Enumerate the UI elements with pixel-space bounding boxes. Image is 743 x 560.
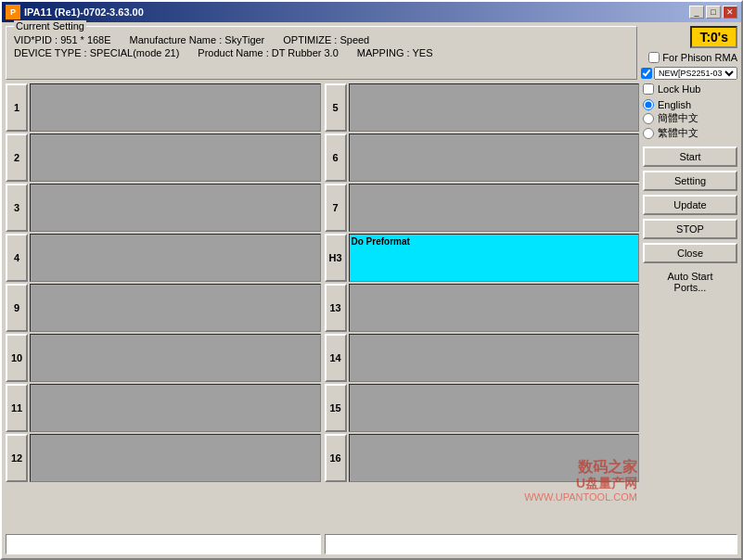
close-button[interactable]: Close — [643, 243, 737, 263]
port-row-10: 10 — [6, 334, 321, 382]
radio-traditional-input[interactable] — [643, 128, 654, 139]
port-display-11 — [30, 384, 321, 432]
port-button-2[interactable]: 2 — [6, 134, 28, 182]
port-h3-text: Do Preformat — [352, 236, 410, 247]
bottom-input-right[interactable] — [325, 534, 737, 554]
ports-label: Ports... — [643, 282, 737, 293]
port-display-13 — [349, 284, 640, 332]
title-buttons: _ □ ✕ — [689, 6, 737, 19]
port-button-5[interactable]: 5 — [325, 83, 347, 132]
port-display-15 — [349, 384, 640, 432]
port-display-5 — [349, 83, 640, 132]
port-row-1: 1 — [6, 83, 321, 132]
port-display-14 — [349, 334, 640, 382]
lock-hub-label: Lock Hub — [658, 83, 700, 95]
device-type: DEVICE TYPE : SPECIAL(mode 21) — [14, 47, 179, 58]
port-button-12[interactable]: 12 — [6, 434, 28, 482]
close-window-button[interactable]: ✕ — [723, 6, 737, 19]
port-display-4 — [30, 234, 321, 282]
port-display-2 — [30, 134, 321, 182]
port-display-1 — [30, 83, 321, 132]
port-display-12 — [30, 434, 321, 482]
port-display-10 — [30, 334, 321, 382]
port-display-3 — [30, 184, 321, 232]
for-phison-row: For Phison RMA — [648, 52, 737, 63]
bottom-bar — [6, 534, 737, 554]
auto-start-label: Auto Start — [643, 271, 737, 282]
port-row-7: 7 — [325, 184, 640, 232]
title-bar: P IPA11 (Re1)-0702-3.63.00 _ □ ✕ — [2, 2, 741, 22]
port-row-16: 16 — [325, 434, 640, 482]
vid-pid: VID*PID : 951 * 168E — [14, 34, 111, 45]
maximize-button[interactable]: □ — [706, 6, 721, 19]
update-button[interactable]: Update — [643, 195, 737, 215]
lock-hub-checkbox[interactable] — [643, 83, 654, 95]
mapping: MAPPING : YES — [357, 47, 433, 58]
port-button-7[interactable]: 7 — [325, 184, 347, 232]
top-right-area: T:0's For Phison RMA NEW[PS2251-03 + Tos… — [641, 26, 737, 80]
start-button[interactable]: Start — [643, 146, 737, 167]
left-port-column: 1 2 3 4 9 — [6, 83, 321, 530]
port-display-6 — [349, 134, 640, 182]
port-button-9[interactable]: 9 — [6, 284, 28, 332]
port-display-7 — [349, 184, 640, 232]
stop-button[interactable]: STOP — [643, 219, 737, 239]
side-panel: Lock Hub English 簡體中文 繁體中文 — [643, 83, 737, 530]
optimize: OPTIMIZE : Speed — [283, 34, 369, 45]
main-window: P IPA11 (Re1)-0702-3.63.00 _ □ ✕ Current… — [0, 0, 743, 560]
port-button-15[interactable]: 15 — [325, 384, 347, 432]
port-display-9 — [30, 284, 321, 332]
port-row-11: 11 — [6, 384, 321, 432]
port-row-2: 2 — [6, 134, 321, 182]
new-dropdown-checkbox[interactable] — [641, 68, 652, 79]
port-button-11[interactable]: 11 — [6, 384, 28, 432]
current-setting-label: Current Setting — [14, 20, 86, 32]
new-dropdown-row: NEW[PS2251-03 + Toshiba].ir — [641, 67, 737, 80]
manufacture: Manufacture Name : SkyTiger — [130, 34, 265, 45]
radio-simplified-label: 簡體中文 — [658, 111, 698, 125]
port-row-9: 9 — [6, 284, 321, 332]
port-button-h3[interactable]: H3 — [325, 234, 347, 282]
ports-area: 1 2 3 4 9 — [6, 83, 639, 530]
t0-badge: T:0's — [690, 26, 737, 48]
port-display-16 — [349, 434, 640, 482]
window-icon: P — [6, 5, 20, 19]
port-display-h3: Do Preformat — [349, 234, 640, 282]
port-button-4[interactable]: 4 — [6, 234, 28, 282]
port-button-1[interactable]: 1 — [6, 83, 28, 132]
port-button-6[interactable]: 6 — [325, 134, 347, 182]
firmware-dropdown[interactable]: NEW[PS2251-03 + Toshiba].ir — [654, 67, 737, 80]
phison-rma-label: For Phison RMA — [662, 52, 737, 63]
port-button-3[interactable]: 3 — [6, 184, 28, 232]
radio-simplified-input[interactable] — [643, 113, 654, 124]
port-row-h3: H3 Do Preformat — [325, 234, 640, 282]
port-row-13: 13 — [325, 284, 640, 332]
port-button-10[interactable]: 10 — [6, 334, 28, 382]
port-button-14[interactable]: 14 — [325, 334, 347, 382]
port-button-16[interactable]: 16 — [325, 434, 347, 482]
port-row-6: 6 — [325, 134, 640, 182]
current-setting-box: Current Setting VID*PID : 951 * 168E Man… — [6, 26, 637, 80]
language-radio-group: English 簡體中文 繁體中文 — [643, 99, 737, 140]
product-name: Product Name : DT Rubber 3.0 — [198, 47, 338, 58]
minimize-button[interactable]: _ — [689, 6, 704, 19]
radio-english-label: English — [658, 99, 691, 110]
port-row-3: 3 — [6, 184, 321, 232]
port-row-15: 15 — [325, 384, 640, 432]
window-title: IPA11 (Re1)-0702-3.63.00 — [24, 6, 144, 18]
port-row-4: 4 — [6, 234, 321, 282]
port-row-5: 5 — [325, 83, 640, 132]
radio-english[interactable]: English — [643, 99, 737, 110]
radio-simplified[interactable]: 簡體中文 — [643, 111, 737, 125]
phison-rma-checkbox[interactable] — [648, 52, 660, 63]
port-row-12: 12 — [6, 434, 321, 482]
setting-button[interactable]: Setting — [643, 171, 737, 191]
lock-hub-row: Lock Hub — [643, 83, 737, 95]
radio-traditional[interactable]: 繁體中文 — [643, 126, 737, 140]
port-row-14: 14 — [325, 334, 640, 382]
port-button-13[interactable]: 13 — [325, 284, 347, 332]
bottom-input-left[interactable] — [6, 534, 321, 554]
radio-traditional-label: 繁體中文 — [658, 126, 698, 140]
radio-english-input[interactable] — [643, 99, 654, 110]
right-port-column: 5 6 7 H3 Do Preformat — [325, 83, 640, 530]
